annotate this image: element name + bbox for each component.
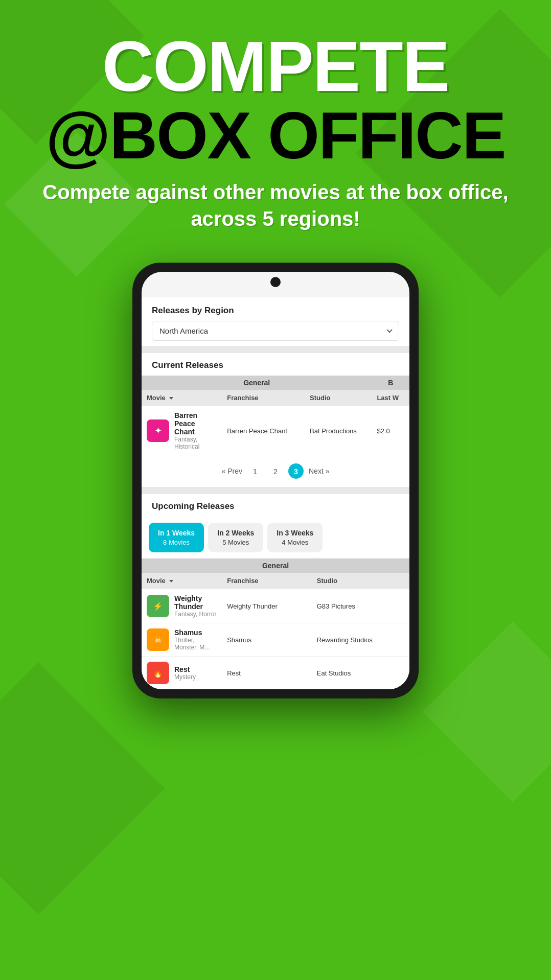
tab-3-weeks-label: In 3 Weeks <box>277 529 313 537</box>
movie-name-rest: Rest <box>174 665 196 673</box>
page-1[interactable]: 1 <box>247 463 263 479</box>
movie-genre-rest: Mystery <box>174 673 196 681</box>
movie-franchise-weighty: Weighty Thunder <box>222 589 312 623</box>
upcoming-row-3[interactable]: 🔥 Rest Mystery Rest Eat <box>142 657 409 690</box>
movie-thumbnail: ✦ <box>147 419 169 442</box>
table-general-header: General <box>142 376 372 390</box>
movie-franchise-rest: Rest <box>222 657 312 690</box>
movie-name-weighty: Weighty Thunder <box>174 594 217 611</box>
movie-thumb-shamus: ☠ <box>147 628 169 651</box>
movie-thumb-rest: 🔥 <box>147 662 169 684</box>
next-link[interactable]: Next » <box>309 467 329 475</box>
movie-studio-weighty: G83 Pictures <box>312 589 409 623</box>
tab-2-weeks-label: In 2 Weeks <box>217 529 254 537</box>
phone-screen: Releases by Region North America Europe … <box>142 272 409 689</box>
region-select[interactable]: North America Europe Asia Latin America … <box>152 321 399 341</box>
table-b-header: B <box>372 376 409 390</box>
tab-2-weeks[interactable]: In 2 Weeks 5 Movies <box>208 523 263 552</box>
tab-3-weeks-count: 4 Movies <box>277 539 313 546</box>
sort-icon-upcoming <box>169 580 173 582</box>
movie-name-shamus: Shamus <box>174 628 217 637</box>
movie-studio: Bat Productions <box>305 406 372 456</box>
tab-1-week[interactable]: In 1 Weeks 8 Movies <box>149 523 204 552</box>
upcoming-col-studio: Studio <box>312 573 409 589</box>
upcoming-col-movie: Movie <box>142 573 222 589</box>
table-row[interactable]: ✦ Barren Peace Chant Fantasy, Historical <box>142 406 409 456</box>
movie-studio-shamus: Rewarding Studios <box>312 623 409 657</box>
movie-genre-weighty: Fantasy, Horror <box>174 611 217 618</box>
hero-subtitle: Compete against other movies at the box … <box>15 179 536 232</box>
upcoming-row-2[interactable]: ☠ Shamus Thriller, Monster, M... Shamus <box>142 623 409 657</box>
upcoming-row-1[interactable]: ⚡ Weighty Thunder Fantasy, Horror Weight… <box>142 589 409 623</box>
region-header: Releases by Region North America Europe … <box>142 297 409 346</box>
col-header-studio: Studio <box>305 390 372 406</box>
hero-title-boxoffice: @BOX OFFICE <box>15 102 536 169</box>
hero-section: COMPETE @BOX OFFICE Compete against othe… <box>0 0 551 242</box>
movie-franchise: Barren Peace Chant <box>222 406 305 456</box>
prev-link[interactable]: « Prev <box>222 467 242 475</box>
phone-mockup: Releases by Region North America Europe … <box>132 263 419 698</box>
movie-genre: Fantasy, Historical <box>174 436 217 450</box>
movie-last-week: $2.0 <box>372 406 409 456</box>
tab-1-week-count: 8 Movies <box>158 539 195 546</box>
current-releases-table: General B Movie Franchise <box>142 376 409 455</box>
sort-icon <box>169 397 173 400</box>
upcoming-releases-title: Upcoming Releases <box>142 494 409 517</box>
region-section-title: Releases by Region <box>152 306 399 316</box>
phone-camera <box>270 277 281 287</box>
upcoming-col-franchise: Franchise <box>222 573 312 589</box>
col-header-franchise: Franchise <box>222 390 305 406</box>
movie-franchise-shamus: Shamus <box>222 623 312 657</box>
upcoming-general-header: General <box>142 558 409 573</box>
movie-thumb-weighty: ⚡ <box>147 595 169 617</box>
pagination: « Prev 1 2 3 Next » <box>142 455 409 487</box>
tab-3-weeks[interactable]: In 3 Weeks 4 Movies <box>267 523 323 552</box>
col-header-movie: Movie <box>142 390 222 406</box>
movie-genre-shamus: Thriller, Monster, M... <box>174 637 217 651</box>
movie-studio-rest: Eat Studios <box>312 657 409 690</box>
upcoming-table: General Movie Franchise Studio <box>142 558 409 689</box>
current-releases-section: Current Releases General B <box>142 353 409 487</box>
col-header-last: Last W <box>372 390 409 406</box>
page-3-active[interactable]: 3 <box>288 463 304 479</box>
upcoming-tabs: In 1 Weeks 8 Movies In 2 Weeks 5 Movies … <box>142 517 409 558</box>
current-releases-title: Current Releases <box>142 353 409 376</box>
tab-2-weeks-count: 5 Movies <box>217 539 254 546</box>
movie-name: Barren Peace Chant <box>174 411 217 436</box>
hero-title-compete: COMPETE <box>15 31 536 102</box>
tab-1-week-label: In 1 Weeks <box>158 529 195 537</box>
upcoming-releases-section: Upcoming Releases In 1 Weeks 8 Movies In… <box>142 494 409 689</box>
page-2[interactable]: 2 <box>268 463 283 479</box>
